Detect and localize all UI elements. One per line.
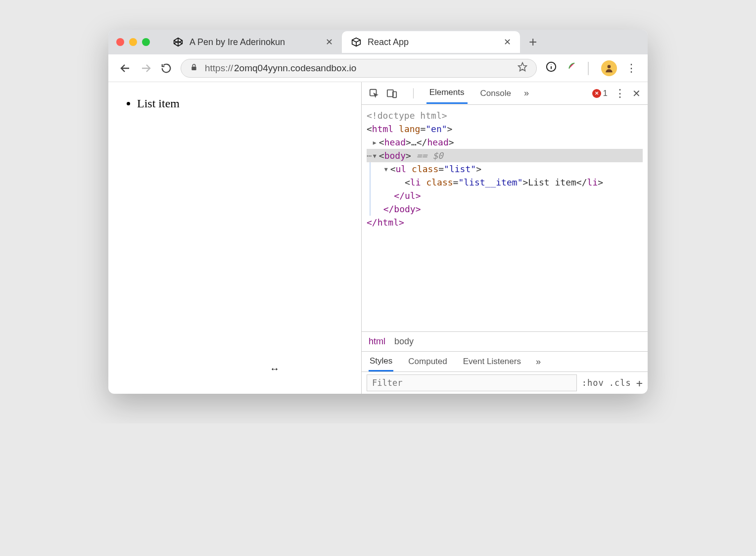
cls-toggle[interactable]: .cls: [609, 378, 631, 388]
more-tabs-icon[interactable]: »: [524, 88, 529, 98]
dom-body-close[interactable]: </body>: [373, 202, 643, 216]
tab-elements[interactable]: Elements: [426, 83, 468, 104]
tab-strip: A Pen by Ire Aderinokun ✕ React App ✕ +: [108, 30, 648, 54]
svg-rect-7: [191, 66, 196, 70]
devtools-tabbar: │ Elements Console » 1 ⋮ ✕: [362, 82, 648, 105]
codepen-icon: [173, 37, 184, 47]
browser-menu-icon[interactable]: ⋮: [626, 62, 637, 75]
more-styles-tabs-icon[interactable]: »: [536, 357, 541, 367]
dom-ul-close[interactable]: </ul>: [373, 189, 643, 202]
dom-body-selected[interactable]: ⋯▾<body> == $0: [367, 149, 643, 162]
tab-react-app[interactable]: React App ✕: [342, 31, 520, 53]
dom-breadcrumb: html body: [362, 331, 648, 351]
tab-computed[interactable]: Computed: [407, 353, 448, 371]
forward-button[interactable]: [140, 62, 152, 74]
dom-ul-open[interactable]: ▾<ul class="list">: [373, 162, 643, 176]
devtools-close-icon[interactable]: ✕: [632, 88, 641, 99]
lock-icon: [190, 63, 198, 74]
tab-codepen[interactable]: A Pen by Ire Aderinokun ✕: [164, 31, 342, 53]
devtools-panel: │ Elements Console » 1 ⋮ ✕ <!doctype htm…: [362, 82, 648, 394]
error-count: 1: [603, 89, 608, 98]
tab-event-listeners[interactable]: Event Listeners: [462, 353, 522, 371]
dom-html-close[interactable]: </html>: [367, 216, 643, 229]
dom-tree[interactable]: <!doctype html> <html lang="en"> ▸<head>…: [362, 105, 648, 331]
extension-info-icon[interactable]: [546, 61, 557, 75]
devtools-menu-icon[interactable]: ⋮: [614, 87, 625, 100]
window-controls: [116, 38, 150, 46]
crumb-html[interactable]: html: [369, 336, 385, 347]
list: List item: [123, 97, 346, 110]
styles-filter-input[interactable]: [367, 374, 577, 391]
reload-button[interactable]: [161, 63, 172, 74]
profile-avatar[interactable]: [601, 60, 617, 76]
maximize-window-icon[interactable]: [142, 38, 150, 46]
styles-drawer-tabs: Styles Computed Event Listeners »: [362, 351, 648, 372]
codesandbox-icon: [351, 37, 362, 47]
content-row: List item ↔ │ Elements Console »: [108, 82, 648, 394]
error-icon: [592, 89, 601, 98]
tab-title: React App: [368, 37, 409, 47]
device-toolbar-icon[interactable]: [386, 88, 397, 99]
dom-doctype[interactable]: <!doctype html>: [367, 109, 643, 122]
resize-handle-icon[interactable]: ↔: [270, 363, 280, 374]
close-tab-icon[interactable]: ✕: [326, 37, 333, 47]
inspect-element-icon[interactable]: [369, 88, 379, 99]
address-bar[interactable]: https://2omq04yynn.codesandbox.io: [181, 59, 537, 78]
bookmark-star-icon[interactable]: [518, 62, 527, 74]
new-tab-button[interactable]: +: [529, 35, 537, 49]
error-badge[interactable]: 1: [592, 89, 608, 98]
svg-marker-8: [519, 63, 527, 71]
minimize-window-icon[interactable]: [129, 38, 137, 46]
back-button[interactable]: [119, 62, 131, 74]
tab-console[interactable]: Console: [477, 84, 514, 103]
separator: │: [585, 62, 592, 75]
rendered-page: List item ↔: [108, 82, 362, 394]
tab-styles[interactable]: Styles: [369, 352, 393, 371]
browser-window: A Pen by Ire Aderinokun ✕ React App ✕ + …: [108, 30, 648, 394]
styles-filter-row: :hov .cls +: [362, 372, 648, 394]
url-host: 2omq04yynn.codesandbox.io: [234, 63, 356, 74]
svg-point-12: [608, 65, 611, 68]
new-style-rule-icon[interactable]: +: [636, 377, 643, 389]
dom-head[interactable]: ▸<head>…</head>: [367, 136, 643, 149]
extension-feather-icon[interactable]: [566, 61, 576, 75]
toolbar: https://2omq04yynn.codesandbox.io │ ⋮: [108, 54, 648, 82]
url-scheme: https://: [205, 63, 233, 74]
dom-html-open[interactable]: <html lang="en">: [367, 122, 643, 136]
close-window-icon[interactable]: [116, 38, 124, 46]
crumb-body[interactable]: body: [394, 336, 414, 347]
list-item: List item: [137, 97, 346, 110]
close-tab-icon[interactable]: ✕: [504, 37, 511, 47]
dom-li[interactable]: <li class="list__item">List item</li>: [373, 176, 643, 189]
hov-toggle[interactable]: :hov: [582, 378, 604, 388]
tab-title: A Pen by Ire Aderinokun: [189, 37, 285, 47]
